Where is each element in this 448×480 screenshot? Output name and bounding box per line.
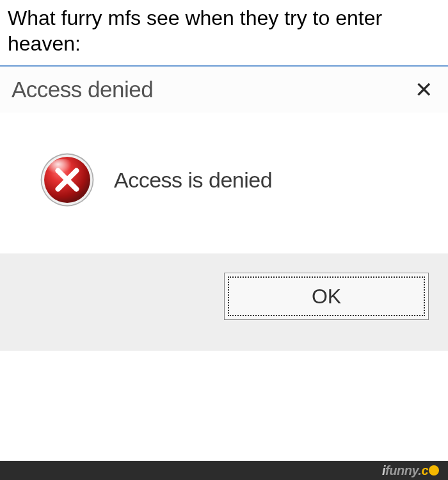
watermark-bar: ifunny.c bbox=[0, 461, 448, 480]
dialog-button-area: OK bbox=[0, 253, 448, 351]
watermark-text: ifunny.c bbox=[382, 463, 439, 478]
dialog-window: Access denied ✕ bbox=[0, 67, 448, 351]
dialog-titlebar: Access denied ✕ bbox=[0, 67, 448, 113]
meme-caption-text: What furry mfs see when they try to ente… bbox=[8, 5, 440, 56]
error-x-icon bbox=[38, 151, 96, 209]
ok-button-label: OK bbox=[312, 285, 341, 308]
dialog-message: Access is denied bbox=[114, 168, 272, 193]
meme-caption-area: What furry mfs see when they try to ente… bbox=[0, 0, 448, 65]
smile-icon bbox=[429, 465, 439, 476]
ok-button[interactable]: OK bbox=[224, 273, 429, 320]
close-icon[interactable]: ✕ bbox=[415, 79, 433, 100]
dialog-body: Access is denied bbox=[0, 113, 448, 253]
dialog-title: Access denied bbox=[12, 77, 153, 102]
